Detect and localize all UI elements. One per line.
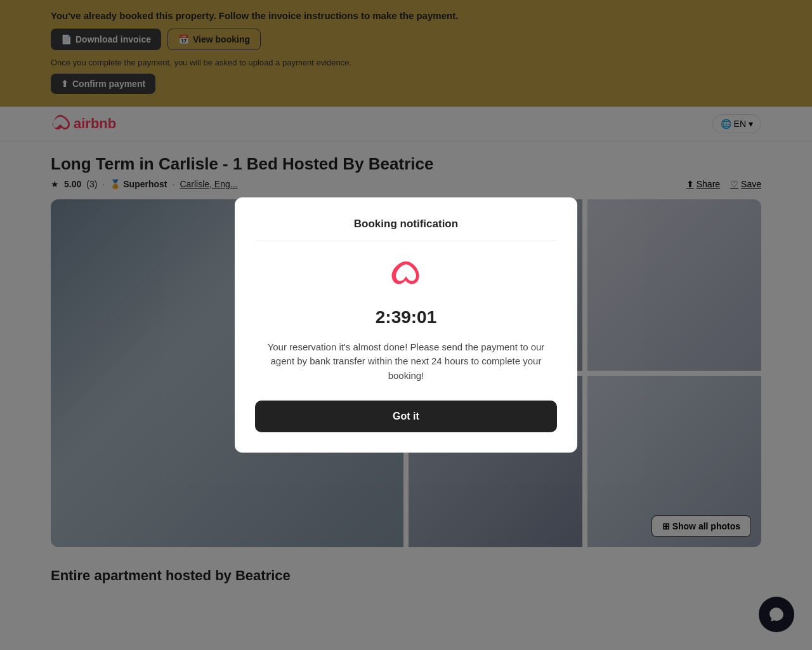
got-it-button[interactable]: Got it xyxy=(255,401,557,432)
modal-message: Your reservation it's almost done! Pleas… xyxy=(255,340,557,383)
modal-overlay: Booking notification 2:39:01 Your reserv… xyxy=(0,0,812,609)
booking-notification-modal: Booking notification 2:39:01 Your reserv… xyxy=(235,197,577,453)
modal-airbnb-logo xyxy=(387,259,425,297)
modal-title: Booking notification xyxy=(255,218,557,241)
modal-timer: 2:39:01 xyxy=(255,307,557,328)
